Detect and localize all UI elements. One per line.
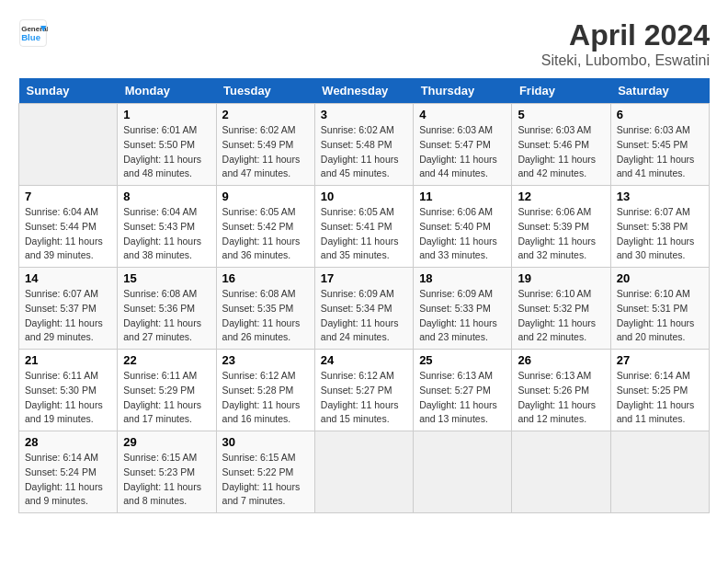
day-cell: 3Sunrise: 6:02 AMSunset: 5:48 PMDaylight… (314, 104, 413, 186)
day-info: Sunrise: 6:09 AMSunset: 5:33 PMDaylight:… (419, 287, 506, 345)
day-cell (19, 104, 118, 186)
day-number: 25 (419, 353, 506, 367)
day-number: 20 (617, 271, 703, 285)
day-number: 27 (617, 353, 703, 367)
day-info: Sunrise: 6:03 AMSunset: 5:47 PMDaylight:… (419, 123, 506, 181)
day-info: Sunrise: 6:04 AMSunset: 5:43 PMDaylight:… (123, 205, 210, 263)
day-cell: 25Sunrise: 6:13 AMSunset: 5:27 PMDayligh… (414, 350, 512, 431)
day-info: Sunrise: 6:08 AMSunset: 5:36 PMDaylight:… (123, 287, 210, 345)
day-cell: 4Sunrise: 6:03 AMSunset: 5:47 PMDaylight… (414, 104, 512, 186)
day-cell: 22Sunrise: 6:11 AMSunset: 5:29 PMDayligh… (118, 350, 216, 431)
day-info: Sunrise: 6:05 AMSunset: 5:41 PMDaylight:… (321, 205, 407, 263)
logo: General Blue (18, 18, 48, 48)
day-info: Sunrise: 6:05 AMSunset: 5:42 PMDaylight:… (222, 205, 309, 263)
day-number: 3 (321, 108, 407, 121)
weekday-header-row: SundayMondayTuesdayWednesdayThursdayFrid… (19, 78, 710, 104)
day-number: 23 (222, 353, 309, 367)
day-cell: 6Sunrise: 6:03 AMSunset: 5:45 PMDaylight… (610, 104, 709, 186)
day-number: 13 (617, 190, 703, 203)
day-info: Sunrise: 6:11 AMSunset: 5:29 PMDaylight:… (123, 369, 210, 427)
day-cell: 20Sunrise: 6:10 AMSunset: 5:31 PMDayligh… (610, 268, 709, 350)
day-info: Sunrise: 6:11 AMSunset: 5:30 PMDaylight:… (25, 369, 111, 427)
day-info: Sunrise: 6:01 AMSunset: 5:50 PMDaylight:… (123, 123, 210, 181)
day-info: Sunrise: 6:09 AMSunset: 5:34 PMDaylight:… (321, 287, 407, 345)
day-info: Sunrise: 6:12 AMSunset: 5:28 PMDaylight:… (222, 369, 309, 427)
day-number: 4 (419, 108, 506, 121)
day-cell: 9Sunrise: 6:05 AMSunset: 5:42 PMDaylight… (216, 186, 314, 268)
week-row-5: 28Sunrise: 6:14 AMSunset: 5:24 PMDayligh… (19, 431, 710, 513)
day-cell: 29Sunrise: 6:15 AMSunset: 5:23 PMDayligh… (118, 431, 216, 513)
day-number: 15 (123, 271, 210, 285)
day-cell: 21Sunrise: 6:11 AMSunset: 5:30 PMDayligh… (19, 350, 118, 431)
day-info: Sunrise: 6:14 AMSunset: 5:24 PMDaylight:… (25, 451, 111, 509)
day-number: 16 (222, 271, 309, 285)
day-number: 8 (123, 190, 210, 203)
day-number: 12 (518, 190, 604, 203)
day-number: 21 (25, 353, 111, 367)
day-number: 28 (25, 435, 111, 449)
day-number: 1 (123, 108, 210, 121)
day-info: Sunrise: 6:03 AMSunset: 5:45 PMDaylight:… (617, 123, 703, 181)
day-info: Sunrise: 6:14 AMSunset: 5:25 PMDaylight:… (617, 369, 703, 427)
day-cell: 5Sunrise: 6:03 AMSunset: 5:46 PMDaylight… (512, 104, 610, 186)
day-number: 26 (518, 353, 604, 367)
week-row-4: 21Sunrise: 6:11 AMSunset: 5:30 PMDayligh… (19, 350, 710, 431)
title-block: April 2024 Siteki, Lubombo, Eswatini (541, 18, 710, 69)
day-cell: 17Sunrise: 6:09 AMSunset: 5:34 PMDayligh… (314, 268, 413, 350)
day-cell: 19Sunrise: 6:10 AMSunset: 5:32 PMDayligh… (512, 268, 610, 350)
day-info: Sunrise: 6:06 AMSunset: 5:40 PMDaylight:… (419, 205, 506, 263)
day-info: Sunrise: 6:04 AMSunset: 5:44 PMDaylight:… (25, 205, 111, 263)
day-info: Sunrise: 6:03 AMSunset: 5:46 PMDaylight:… (518, 123, 604, 181)
day-info: Sunrise: 6:07 AMSunset: 5:37 PMDaylight:… (25, 287, 111, 345)
page-header: General Blue April 2024 Siteki, Lubombo,… (18, 18, 710, 69)
weekday-header-wednesday: Wednesday (314, 78, 413, 104)
day-info: Sunrise: 6:07 AMSunset: 5:38 PMDaylight:… (617, 205, 703, 263)
day-cell: 10Sunrise: 6:05 AMSunset: 5:41 PMDayligh… (314, 186, 413, 268)
day-info: Sunrise: 6:02 AMSunset: 5:49 PMDaylight:… (222, 123, 309, 181)
day-number: 7 (25, 190, 111, 203)
day-info: Sunrise: 6:06 AMSunset: 5:39 PMDaylight:… (518, 205, 604, 263)
day-cell: 2Sunrise: 6:02 AMSunset: 5:49 PMDaylight… (216, 104, 314, 186)
weekday-header-tuesday: Tuesday (216, 78, 314, 104)
main-title: April 2024 (541, 18, 710, 52)
weekday-header-thursday: Thursday (414, 78, 512, 104)
subtitle: Siteki, Lubombo, Eswatini (541, 52, 710, 69)
day-number: 22 (123, 353, 210, 367)
day-number: 19 (518, 271, 604, 285)
day-cell: 27Sunrise: 6:14 AMSunset: 5:25 PMDayligh… (610, 350, 709, 431)
day-cell (610, 431, 709, 513)
day-cell: 28Sunrise: 6:14 AMSunset: 5:24 PMDayligh… (19, 431, 118, 513)
day-cell: 30Sunrise: 6:15 AMSunset: 5:22 PMDayligh… (216, 431, 314, 513)
day-cell: 24Sunrise: 6:12 AMSunset: 5:27 PMDayligh… (314, 350, 413, 431)
day-info: Sunrise: 6:02 AMSunset: 5:48 PMDaylight:… (321, 123, 407, 181)
day-cell: 1Sunrise: 6:01 AMSunset: 5:50 PMDaylight… (118, 104, 216, 186)
day-info: Sunrise: 6:13 AMSunset: 5:26 PMDaylight:… (518, 369, 604, 427)
day-number: 18 (419, 271, 506, 285)
day-cell: 7Sunrise: 6:04 AMSunset: 5:44 PMDaylight… (19, 186, 118, 268)
day-cell: 15Sunrise: 6:08 AMSunset: 5:36 PMDayligh… (118, 268, 216, 350)
day-number: 11 (419, 190, 506, 203)
week-row-1: 1Sunrise: 6:01 AMSunset: 5:50 PMDaylight… (19, 104, 710, 186)
day-number: 29 (123, 435, 210, 449)
day-cell: 26Sunrise: 6:13 AMSunset: 5:26 PMDayligh… (512, 350, 610, 431)
day-cell: 14Sunrise: 6:07 AMSunset: 5:37 PMDayligh… (19, 268, 118, 350)
week-row-2: 7Sunrise: 6:04 AMSunset: 5:44 PMDaylight… (19, 186, 710, 268)
day-number: 10 (321, 190, 407, 203)
day-number: 5 (518, 108, 604, 121)
day-cell (512, 431, 610, 513)
day-info: Sunrise: 6:13 AMSunset: 5:27 PMDaylight:… (419, 369, 506, 427)
weekday-header-saturday: Saturday (610, 78, 709, 104)
svg-text:Blue: Blue (21, 32, 40, 42)
day-cell: 11Sunrise: 6:06 AMSunset: 5:40 PMDayligh… (414, 186, 512, 268)
day-cell: 8Sunrise: 6:04 AMSunset: 5:43 PMDaylight… (118, 186, 216, 268)
day-number: 14 (25, 271, 111, 285)
day-cell: 12Sunrise: 6:06 AMSunset: 5:39 PMDayligh… (512, 186, 610, 268)
logo-icon: General Blue (18, 18, 48, 48)
day-info: Sunrise: 6:10 AMSunset: 5:31 PMDaylight:… (617, 287, 703, 345)
day-number: 6 (617, 108, 703, 121)
day-number: 24 (321, 353, 407, 367)
day-cell: 23Sunrise: 6:12 AMSunset: 5:28 PMDayligh… (216, 350, 314, 431)
day-cell: 18Sunrise: 6:09 AMSunset: 5:33 PMDayligh… (414, 268, 512, 350)
day-info: Sunrise: 6:10 AMSunset: 5:32 PMDaylight:… (518, 287, 604, 345)
day-number: 9 (222, 190, 309, 203)
